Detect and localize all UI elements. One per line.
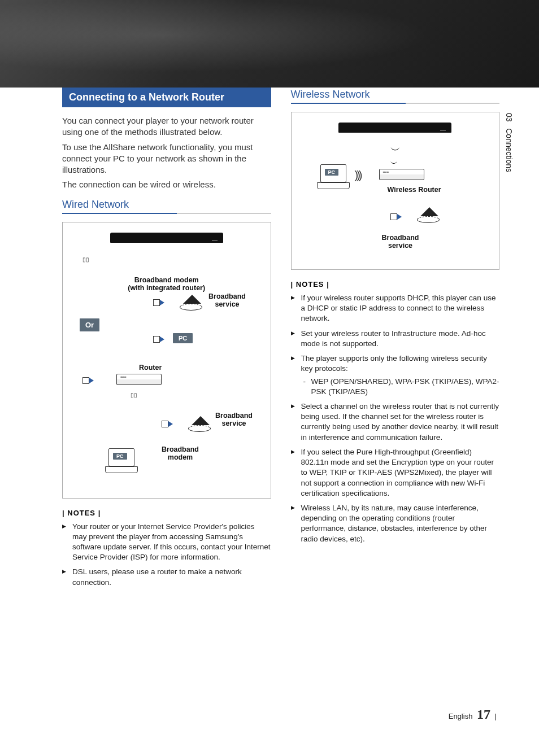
note-item: DSL users, please use a router to make a… <box>62 567 271 587</box>
intro-p2: To use the AllShare network functionalit… <box>62 142 271 176</box>
lan-connector-icon: ▯▯ <box>82 256 89 263</box>
wired-diagram: ▯▯ Broadband modem (with integrated rout… <box>62 222 271 499</box>
wireless-notes-list: If your wireless router supports DHCP, t… <box>291 293 500 544</box>
note-item: If you select the Pure High-throughput (… <box>291 447 500 499</box>
footer-lang: English <box>449 712 473 720</box>
net-arrow-icon-3 <box>82 377 94 385</box>
footer-bar: | <box>495 712 497 720</box>
wireless-heading: Wireless Network <box>291 89 500 100</box>
internet-icon-2 <box>181 416 210 435</box>
router-icon <box>116 374 162 387</box>
page-number: 17 <box>477 707 490 722</box>
laptop-icon: PC <box>105 448 137 475</box>
broadband-service-label-2: Broadband service <box>215 412 253 427</box>
net-arrow-icon <box>153 299 164 307</box>
wired-underline <box>62 213 271 214</box>
protocol-sub-item: WEP (OPEN/SHARED), WPA-PSK (TKIP/AES), W… <box>301 377 500 397</box>
broadband-service-label-3: Broadband service <box>382 234 419 250</box>
note-item: Set your wireless router to Infrastructu… <box>291 329 500 349</box>
wired-notes-list: Your router or your Internet Service Pro… <box>62 522 271 588</box>
note-item: If your wireless router supports DHCP, t… <box>291 293 500 324</box>
player-icon-2 <box>338 123 451 133</box>
wifi-waves-icon: ))) <box>355 169 361 182</box>
wireless-notes-header: | NOTES | <box>291 280 500 289</box>
internet-icon-3 <box>410 207 438 226</box>
right-column: Wireless Network ︶︶ PC ))) Wireless Rout… <box>291 88 500 592</box>
note-item: Wireless LAN, by its nature, may cause i… <box>291 503 500 544</box>
broadband-service-label-1: Broadband service <box>208 292 246 308</box>
lan-connector-icon-2: ▯▯ <box>131 392 137 398</box>
net-arrow-icon-2 <box>153 335 164 344</box>
internet-icon <box>173 295 201 313</box>
wireless-router-label: Wireless Router <box>388 186 441 194</box>
wired-notes-header: | NOTES | <box>62 509 271 517</box>
section-header: Connecting to a Network Router <box>62 88 271 107</box>
note-item: Select a channel on the wireless router … <box>291 401 500 443</box>
laptop-icon-2: PC <box>317 164 349 191</box>
wired-heading: Wired Network <box>62 199 271 211</box>
wifi-signal-icon: ︶︶ <box>390 143 399 169</box>
page-footer: English 17 | <box>449 707 497 722</box>
or-box: Or <box>80 318 99 331</box>
intro-p1: You can connect your player to your netw… <box>62 115 271 138</box>
pc-box-1: PC <box>173 333 193 343</box>
router-label: Router <box>139 364 162 372</box>
net-arrow-icon-4 <box>162 420 173 429</box>
intro-p3: The connection can be wired or wireless. <box>62 179 271 190</box>
player-icon <box>110 233 223 243</box>
note-item: The player supports only the following w… <box>291 353 500 397</box>
wireless-underline <box>291 103 500 104</box>
net-arrow-icon-5 <box>390 211 402 221</box>
broadband-modem-label: Broadband modem <box>162 445 199 461</box>
note-item: Your router or your Internet Service Pro… <box>62 522 271 563</box>
router-icon-2 <box>379 169 424 182</box>
left-column: Connecting to a Network Router You can c… <box>62 88 271 592</box>
broadband-modem-integrated-label: Broadband modem (with integrated router) <box>63 276 271 292</box>
wireless-diagram: ︶︶ PC ))) Wireless Router Broadband serv… <box>291 112 500 270</box>
